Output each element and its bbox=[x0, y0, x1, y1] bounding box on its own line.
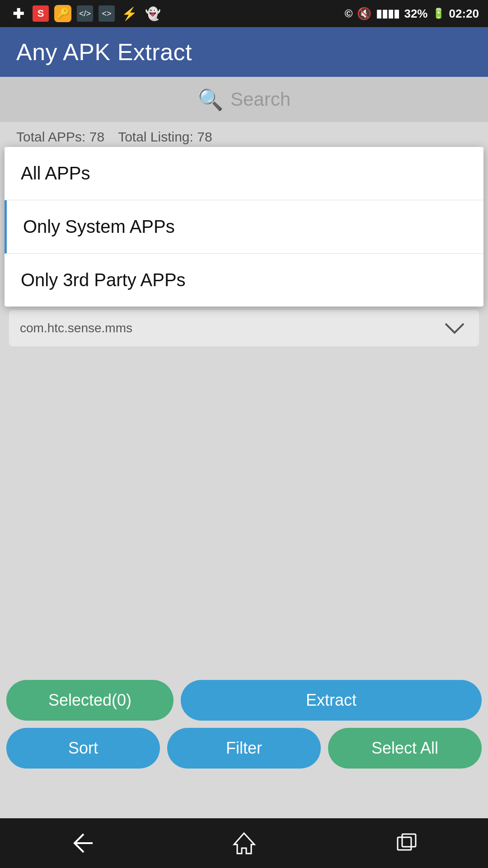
main-content: 🔍 Search Total APPs: 78 Total Listing: 7… bbox=[0, 77, 488, 818]
search-placeholder: Search bbox=[230, 89, 291, 110]
app-title: Any APK Extract bbox=[16, 38, 192, 66]
partial-app-package: com.htc.sense.mms bbox=[20, 321, 430, 335]
svg-rect-3 bbox=[398, 837, 411, 850]
copyright-icon: © bbox=[345, 7, 353, 20]
total-apps-stat: Total APPs: 78 bbox=[16, 129, 104, 145]
selected-button[interactable]: Selected(0) bbox=[6, 680, 174, 721]
key-icon: 🔑 bbox=[54, 5, 71, 22]
partial-expand-button[interactable] bbox=[441, 315, 468, 342]
sort-button[interactable]: Sort bbox=[6, 728, 160, 769]
svg-rect-4 bbox=[402, 834, 416, 847]
home-button[interactable] bbox=[226, 825, 262, 861]
action-row-2: Sort Filter Select All bbox=[5, 728, 483, 769]
bottom-actions: Selected(0) Extract Sort Filter Select A… bbox=[0, 680, 488, 769]
recents-button[interactable] bbox=[389, 825, 425, 861]
status-bar: ✚ S 🔑 </> <> ⚡ 👻 © 🔇 ▮▮▮▮ 32% 🔋 02:20 bbox=[0, 0, 488, 27]
svg-marker-2 bbox=[234, 833, 254, 854]
mute-icon: 🔇 bbox=[357, 7, 371, 21]
total-listing-stat: Total Listing: 78 bbox=[118, 129, 212, 145]
status-icons-right: © 🔇 ▮▮▮▮ 32% 🔋 02:20 bbox=[345, 7, 479, 21]
usb-icon: ⚡ bbox=[120, 5, 138, 23]
dropdown-item-system[interactable]: Only System APPs bbox=[5, 200, 483, 254]
code1-icon: </> bbox=[77, 5, 93, 22]
nav-bar bbox=[0, 818, 488, 868]
extract-button[interactable]: Extract bbox=[181, 680, 482, 721]
back-button[interactable] bbox=[63, 825, 99, 861]
scratchpad-icon: S bbox=[33, 5, 49, 22]
action-row-1: Selected(0) Extract bbox=[5, 680, 483, 721]
battery-percent: 32% bbox=[404, 7, 427, 21]
select-all-button[interactable]: Select All bbox=[328, 728, 482, 769]
code2-icon: <> bbox=[99, 5, 115, 22]
filter-button[interactable]: Filter bbox=[167, 728, 321, 769]
filter-dropdown[interactable]: All APPs Only System APPs Only 3rd Party… bbox=[5, 147, 483, 307]
battery-icon: 🔋 bbox=[432, 8, 445, 19]
time: 02:20 bbox=[449, 7, 479, 21]
signal-icon: ▮▮▮▮ bbox=[376, 7, 399, 20]
app-list: Camera com.htc.camera System App All APP… bbox=[0, 152, 488, 303]
search-bar[interactable]: 🔍 Search bbox=[0, 77, 488, 122]
plus-icon: ✚ bbox=[9, 5, 27, 23]
ghost-icon: 👻 bbox=[144, 5, 162, 23]
dropdown-item-all[interactable]: All APPs bbox=[5, 147, 483, 200]
search-icon: 🔍 bbox=[197, 87, 223, 112]
dropdown-item-3rdparty[interactable]: Only 3rd Party APPs bbox=[5, 254, 483, 307]
status-icons-left: ✚ S 🔑 </> <> ⚡ 👻 bbox=[9, 5, 162, 23]
partial-app-card: com.htc.sense.mms bbox=[9, 310, 479, 346]
app-header: Any APK Extract bbox=[0, 27, 488, 77]
